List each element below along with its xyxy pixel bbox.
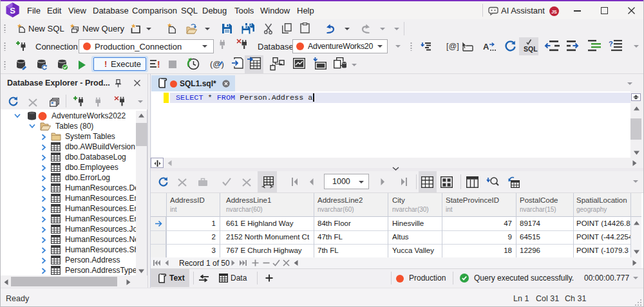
svg-text:S: S bbox=[10, 6, 15, 15]
svg-text:A: A bbox=[483, 42, 489, 51]
svg-text:JS: JS bbox=[551, 10, 557, 14]
svg-text:!: ! bbox=[157, 59, 160, 70]
svg-text:SQL: SQL bbox=[524, 45, 538, 53]
svg-text:?: ? bbox=[609, 40, 613, 48]
